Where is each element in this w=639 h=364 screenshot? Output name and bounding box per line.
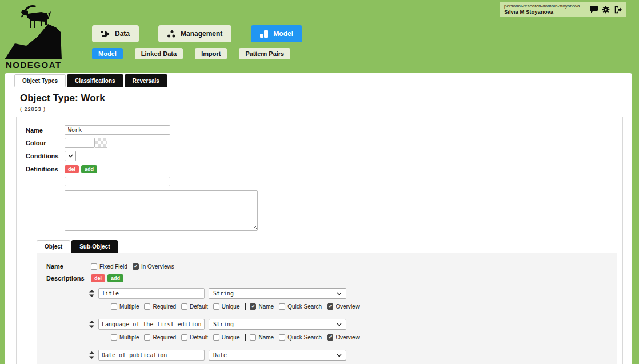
unique-checkbox[interactable] xyxy=(213,303,219,310)
fixed-field-label: Fixed Field xyxy=(99,263,127,270)
definitions-add-button[interactable]: add xyxy=(81,165,97,173)
colour-swatch[interactable] xyxy=(95,138,107,148)
unique-label: Unique xyxy=(222,334,240,341)
chevron-down-icon xyxy=(68,154,73,158)
multiple-checkbox[interactable] xyxy=(111,334,117,341)
description-name-input[interactable] xyxy=(98,319,205,330)
user-bar: personal-research-domain-stoyanova Silvi… xyxy=(500,2,626,17)
descriptions-add-button[interactable]: add xyxy=(107,274,123,282)
nav-data-label: Data xyxy=(115,30,130,38)
multiple-label: Multiple xyxy=(119,303,139,310)
quick-search-checkbox[interactable] xyxy=(279,334,285,341)
tab-object-types-label: Object Types xyxy=(22,78,58,84)
content-panel: Object Types Classifications Reversals O… xyxy=(5,73,632,364)
definitions-del-button[interactable]: del xyxy=(65,165,79,173)
nav-model-label: Model xyxy=(273,30,293,38)
multiple-label: Multiple xyxy=(119,334,139,341)
definition-name-input[interactable] xyxy=(65,177,170,186)
subnav-pattern-pairs-label: Pattern Pairs xyxy=(245,50,284,57)
required-label: Required xyxy=(153,334,176,341)
unique-checkbox[interactable] xyxy=(213,334,219,341)
definitions-label: Definitions xyxy=(26,166,65,173)
description-type-select[interactable]: String xyxy=(209,319,346,330)
tab-classifications-label: Classifications xyxy=(75,78,115,84)
chevron-down-icon xyxy=(337,323,342,326)
goat-on-cliff-icon xyxy=(5,2,63,59)
nodegoat-logo[interactable]: NODEGOAT xyxy=(5,2,63,71)
overview-label: Overview xyxy=(336,334,360,341)
default-checkbox[interactable] xyxy=(181,334,187,341)
name-flag-checkbox[interactable] xyxy=(250,334,256,341)
descriptions-label: Descriptions xyxy=(46,275,91,282)
tab-sub-object[interactable]: Sub-Object xyxy=(71,240,118,253)
overview-checkbox[interactable] xyxy=(327,334,333,341)
name-flag-checkbox[interactable] xyxy=(250,303,256,310)
subnav-import[interactable]: Import xyxy=(195,48,227,59)
definition-textarea[interactable] xyxy=(65,190,258,231)
name-input[interactable] xyxy=(65,125,170,135)
description-type-value: String xyxy=(213,290,337,297)
nav-model-button[interactable]: Model xyxy=(251,25,302,42)
quick-search-label: Quick Search xyxy=(287,334,322,341)
gear-icon[interactable] xyxy=(601,5,610,14)
definition-text-wrap xyxy=(65,190,620,233)
object-panel: Name Fixed Field In Overviews Descriptio… xyxy=(37,253,617,364)
description-type-select[interactable]: Date xyxy=(209,350,346,361)
logo-text: NODEGOAT xyxy=(6,60,62,70)
flag-separator xyxy=(245,334,246,341)
description-type-select[interactable]: String xyxy=(209,288,346,299)
in-overviews-checkbox[interactable] xyxy=(133,263,139,270)
tab-object-types[interactable]: Object Types xyxy=(14,74,66,87)
subnav-pattern-pairs[interactable]: Pattern Pairs xyxy=(239,48,290,59)
logout-icon[interactable] xyxy=(613,5,622,14)
nav-data-button[interactable]: Data xyxy=(92,25,139,42)
default-label: Default xyxy=(190,303,208,310)
descriptions-del-button[interactable]: del xyxy=(91,274,105,282)
tab-reversals[interactable]: Reversals xyxy=(125,74,167,87)
description-type-value: String xyxy=(213,321,337,327)
default-label: Default xyxy=(190,334,208,341)
drag-sort-icon[interactable] xyxy=(89,351,94,359)
main-nav: Data Management Model xyxy=(92,25,302,42)
user-name: Silvia M Stoyanova xyxy=(504,9,586,15)
default-checkbox[interactable] xyxy=(181,303,187,310)
description-name-input[interactable] xyxy=(98,288,205,299)
multiple-checkbox[interactable] xyxy=(111,303,117,310)
flag-separator xyxy=(245,303,246,310)
dots-cluster-icon xyxy=(167,30,175,38)
subnav-linked-data-label: Linked Data xyxy=(141,50,177,57)
conditions-row: Conditions xyxy=(26,151,620,161)
chat-icon[interactable] xyxy=(589,5,598,14)
object-type-id: ( 22853 ) xyxy=(20,106,632,112)
fixed-field-checkbox[interactable] xyxy=(91,263,97,270)
subnav-linked-data[interactable]: Linked Data xyxy=(135,48,183,59)
subnav-model[interactable]: Model xyxy=(92,48,123,59)
object-name-row: Name Fixed Field In Overviews xyxy=(46,263,617,270)
drag-sort-icon[interactable] xyxy=(89,321,94,328)
description-flags: Multiple Required Default Unique Name Qu… xyxy=(111,303,617,310)
quick-search-checkbox[interactable] xyxy=(279,303,285,310)
object-tabstrip: Object Sub-Object xyxy=(37,240,620,253)
tab-classifications[interactable]: Classifications xyxy=(67,74,123,87)
drag-sort-icon[interactable] xyxy=(89,290,94,297)
colour-picker xyxy=(65,138,107,148)
tab-object[interactable]: Object xyxy=(37,240,70,253)
descriptions-row: Descriptions del add xyxy=(46,274,617,282)
model-tabstrip: Object Types Classifications Reversals xyxy=(5,73,632,87)
required-checkbox[interactable] xyxy=(144,334,150,341)
required-label: Required xyxy=(153,303,176,310)
colour-input[interactable] xyxy=(65,138,95,148)
required-checkbox[interactable] xyxy=(144,303,150,310)
name-label: Name xyxy=(26,127,65,134)
description-row: Date Multiple Required Default Unique Na… xyxy=(89,350,617,364)
name-flag-label: Name xyxy=(258,334,274,341)
description-name-input[interactable] xyxy=(98,350,205,361)
definition-name-row xyxy=(26,177,620,186)
name-flag-label: Name xyxy=(258,303,274,310)
overview-checkbox[interactable] xyxy=(327,303,333,310)
sub-nav: Model Linked Data Import Pattern Pairs xyxy=(92,48,290,59)
conditions-select[interactable] xyxy=(65,151,76,161)
nav-management-label: Management xyxy=(181,30,222,38)
tab-object-label: Object xyxy=(45,243,62,250)
nav-management-button[interactable]: Management xyxy=(158,25,231,42)
